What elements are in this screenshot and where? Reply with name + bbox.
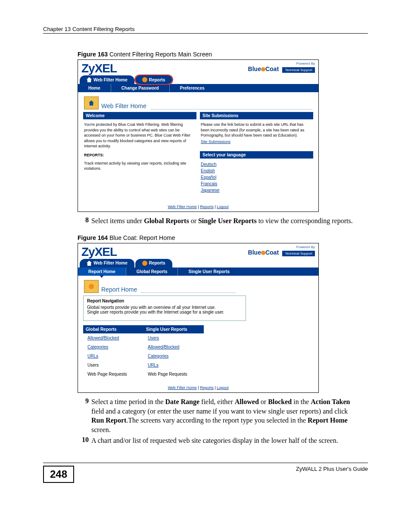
bluecoat-b-2: Coat xyxy=(265,249,279,256)
tech-support-button-2[interactable]: Technical Support xyxy=(282,251,315,256)
reports-icon xyxy=(142,77,147,82)
step9-num: 9 xyxy=(78,397,89,434)
tab-web-filter-home[interactable]: Web Filter Home xyxy=(80,75,134,84)
global-categories[interactable]: Categories xyxy=(87,345,108,349)
step10-num: 10 xyxy=(78,436,89,445)
nav-change-password[interactable]: Change Password xyxy=(111,84,170,92)
home-icon-2 xyxy=(87,261,92,266)
footer-web-filter-home-2[interactable]: Web Filter Home xyxy=(168,386,196,390)
tab-reports-label: Reports xyxy=(149,78,165,82)
single-web-page-requests: Web Page Requests xyxy=(148,372,187,376)
zyxel-logo: ZyXEL xyxy=(81,62,117,75)
bluecoat-dot-icon-2 xyxy=(261,251,265,255)
bluecoat-logo-2: BlueCoat xyxy=(248,249,280,256)
lang-english[interactable]: English xyxy=(201,168,215,173)
step8-num: 8 xyxy=(78,216,89,226)
powered-by-label-2: Powered By xyxy=(248,245,315,249)
home-icon xyxy=(87,77,92,82)
tab-web-filter-home-2[interactable]: Web Filter Home xyxy=(80,259,134,268)
nav-single-user-reports[interactable]: Single User Reports xyxy=(178,268,240,276)
global-reports-header: Global Reports xyxy=(83,325,143,333)
nav-global-reports[interactable]: Global Reports xyxy=(126,268,178,276)
report-nav-title: Report Navigation xyxy=(87,299,242,303)
page-number: 248 xyxy=(43,466,74,483)
site-submissions-header: Site Submissions xyxy=(200,112,313,119)
footer-web-filter-home[interactable]: Web Filter Home xyxy=(168,205,196,209)
step8: 8 Select items under Global Reports or S… xyxy=(78,216,353,226)
figure164-caption-bold: Figure 164 xyxy=(78,234,108,241)
zyxel-logo-2: ZyXEL xyxy=(81,245,117,259)
tab-home-label-2: Web Filter Home xyxy=(93,261,128,265)
page-title: Web Filter Home xyxy=(101,103,146,109)
footer-logout[interactable]: Logout xyxy=(217,205,229,209)
global-users: Users xyxy=(87,363,99,367)
tab-reports[interactable]: Reports xyxy=(135,75,172,84)
bluecoat-b: Coat xyxy=(265,65,279,72)
header-rule xyxy=(43,33,368,34)
report-nav-text1: Global reports provide you with an overv… xyxy=(87,305,242,310)
step8-text: Select items under Global Reports or Sin… xyxy=(91,216,353,226)
global-allowed-blocked[interactable]: Allowed/Blocked xyxy=(87,336,119,340)
step10: 10 A chart and/or list of requested web … xyxy=(78,436,353,445)
nav-preferences[interactable]: Preferences xyxy=(170,84,215,92)
welcome-header: Welcome xyxy=(83,112,196,119)
page-title-2: Report Home xyxy=(101,286,137,293)
single-allowed-blocked[interactable]: Allowed/Blocked xyxy=(148,345,179,349)
guide-name: ZyWALL 2 Plus User's Guide xyxy=(296,466,368,472)
bluecoat-a-2: Blue xyxy=(248,249,261,256)
figure164-caption-rest: Blue Coat: Report Home xyxy=(108,234,175,241)
site-submissions-link[interactable]: Site Submissions xyxy=(201,140,230,144)
step10-text: A chart and/or list of requested web sit… xyxy=(91,436,353,445)
tab-reports-2[interactable]: Reports xyxy=(135,259,172,268)
filter-home-icon xyxy=(84,96,99,109)
reports-desc: Track Internet activity by viewing user … xyxy=(84,161,196,171)
lang-francais[interactable]: Francais xyxy=(201,181,217,186)
screenshot-footer-2: Web Filter Home | Reports | Logout xyxy=(78,383,318,392)
single-user-reports-header: Single User Reports xyxy=(143,325,204,333)
lang-japanese[interactable]: Japanese xyxy=(201,188,219,193)
report-nav-text2: Single user reports provide you with the… xyxy=(87,310,242,314)
screenshot-footer: Web Filter Home | Reports | Logout xyxy=(78,202,318,212)
step9: 9 Select a time period in the Date Range… xyxy=(78,397,353,434)
figure163-caption-bold: Figure 163 xyxy=(78,51,108,58)
global-urls[interactable]: URLs xyxy=(87,354,98,358)
footer-rule xyxy=(43,463,368,463)
report-home-icon xyxy=(84,280,99,293)
lang-espanol[interactable]: Español xyxy=(201,175,216,180)
single-categories[interactable]: Categories xyxy=(148,354,168,358)
footer-reports[interactable]: Reports xyxy=(200,205,214,209)
figure163-caption-rest: Content Filtering Reports Main Screen xyxy=(108,51,212,58)
lang-deutsch[interactable]: Deutsch xyxy=(201,162,217,167)
global-web-page-requests: Web Page Requests xyxy=(87,372,127,376)
step9-text: Select a time period in the Date Range f… xyxy=(91,397,353,434)
welcome-text: You're protected by Blue Coat Web Filter… xyxy=(84,122,196,149)
figure164-screenshot: ZyXEL Powered By BlueCoat Technical Supp… xyxy=(78,243,319,393)
bluecoat-a: Blue xyxy=(248,65,261,72)
tab-home-label: Web Filter Home xyxy=(93,78,128,82)
site-submissions-text: Please use the link below to submit a we… xyxy=(201,122,312,138)
figure164-caption: Figure 164 Blue Coat: Report Home xyxy=(78,234,368,241)
nav-report-home[interactable]: Report Home xyxy=(78,268,126,276)
language-header: Select your language xyxy=(200,151,313,159)
figure163-screenshot: ZyXEL Powered By BlueCoat Technical Supp… xyxy=(78,59,319,212)
nav-home[interactable]: Home xyxy=(78,84,111,92)
reports-label: REPORTS: xyxy=(84,153,104,157)
footer-reports-2[interactable]: Reports xyxy=(200,386,214,390)
footer-logout-2[interactable]: Logout xyxy=(217,386,229,390)
tab-reports-label-2: Reports xyxy=(149,261,165,265)
bluecoat-dot-icon xyxy=(261,67,265,72)
powered-by-label: Powered By xyxy=(248,62,315,65)
single-urls[interactable]: URLs xyxy=(148,363,159,367)
reports-icon-2 xyxy=(142,261,147,266)
bluecoat-logo: BlueCoat xyxy=(248,65,280,72)
single-users[interactable]: Users xyxy=(148,336,159,340)
tech-support-button[interactable]: Technical Support xyxy=(282,67,315,73)
figure163-caption: Figure 163 Content Filtering Reports Mai… xyxy=(78,51,368,58)
chapter-header: Chapter 13 Content Filtering Reports xyxy=(43,26,368,32)
